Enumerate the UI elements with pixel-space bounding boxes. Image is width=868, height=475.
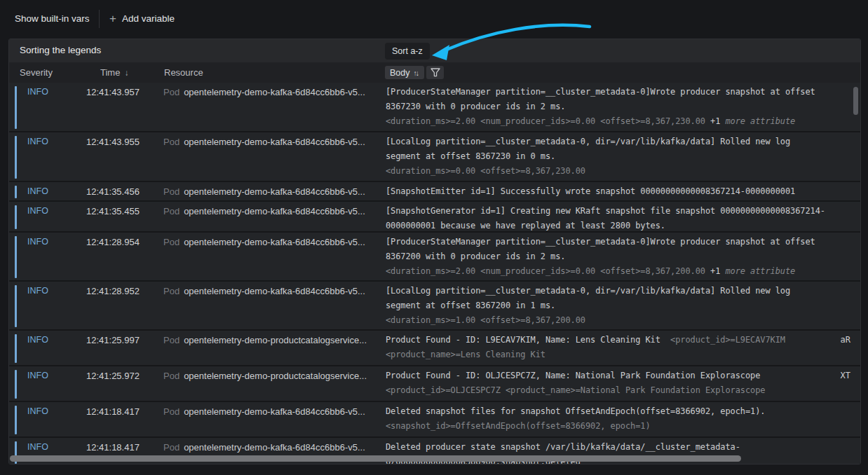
- log-line: <snapshot_id>=OffsetAndEpoch(offset=8366…: [386, 419, 860, 434]
- resource-kind: Pod: [163, 186, 179, 197]
- log-row[interactable]: INFO12:41:28.952Podopentelemetry-demo-ka…: [9, 282, 860, 331]
- resource-name: opentelemetry-demo-productcatalogservice…: [184, 335, 367, 345]
- attr-text: more attribute: [720, 266, 795, 276]
- resource-name: opentelemetry-demo-kafka-6d84cc6bb6-v5..…: [184, 237, 365, 247]
- sort-descending-icon: ↓: [124, 68, 128, 78]
- log-line: 0000000001 because we have replayed at l…: [386, 219, 860, 231]
- log-line: Deleted producer state snapshot /var/lib…: [386, 440, 860, 455]
- log-body: [LocalLog partition=__cluster_metadata-0…: [386, 132, 860, 181]
- log-body: [ProducerStateManager partition=__cluste…: [386, 233, 860, 280]
- severity-bar: [15, 86, 17, 129]
- attr-text: <product_name>=Lens Cleaning Kit: [386, 350, 545, 359]
- show-built-in-vars-button[interactable]: Show built-in vars: [15, 13, 90, 24]
- log-body: [SnapshotEmitter id=1] Successfully wrot…: [386, 182, 860, 200]
- log-row[interactable]: INFO12:41:35.456Podopentelemetry-demo-ka…: [9, 182, 860, 202]
- horizontal-scrollbar[interactable]: [10, 455, 741, 462]
- resource-cell: Podopentelemetry-demo-productcatalogserv…: [163, 366, 386, 401]
- body-column-sort-button[interactable]: Body↑↓: [385, 66, 424, 79]
- attr-text: +1: [710, 116, 720, 126]
- log-line: Product Found - ID: OLJCESPC7Z, Name: Na…: [386, 369, 860, 383]
- severity-cell: INFO: [9, 182, 86, 200]
- severity-cell: INFO: [9, 132, 86, 181]
- log-time: 12:41:43.955: [86, 132, 163, 181]
- column-header-time[interactable]: Time↓: [100, 67, 128, 78]
- log-line: [LocalLog partition=__cluster_metadata-0…: [386, 284, 860, 298]
- log-body: Product Found - ID: OLJCESPC7Z, Name: Na…: [386, 366, 860, 401]
- log-line: <duration_ms>=2.00 <num_producer_ids>=0.…: [386, 114, 860, 129]
- severity-bar: [15, 205, 17, 229]
- vertical-scrollbar[interactable]: [853, 87, 858, 115]
- log-row[interactable]: INFO12:41:35.455Podopentelemetry-demo-ka…: [9, 202, 860, 233]
- log-text: segment at offset 8367200 in 1 ms.: [386, 301, 555, 310]
- log-row[interactable]: INFO12:41:18.417Podopentelemetry-demo-ka…: [9, 402, 860, 438]
- severity-label: INFO: [27, 405, 48, 436]
- log-text: [SnapshotGenerator id=1] Creating new KR…: [386, 206, 825, 216]
- resource-kind: Pod: [163, 442, 179, 453]
- log-line: 8367230 with 0 producer ids in 2 ms.: [386, 99, 860, 114]
- attr-text: <product_id>=OLJCESPC7Z <product_name>=N…: [386, 385, 765, 395]
- log-row[interactable]: INFO12:41:28.954Podopentelemetry-demo-ka…: [9, 233, 860, 282]
- log-text: Deleted producer state snapshot /var/lib…: [386, 442, 740, 452]
- resource-kind: Pod: [163, 335, 179, 345]
- resource-kind: Pod: [163, 206, 179, 216]
- log-text: 8367200 with 0 producer ids in 2 ms.: [386, 252, 566, 261]
- log-line: [ProducerStateManager partition=__cluste…: [386, 85, 860, 99]
- resource-cell: Podopentelemetry-demo-kafka-6d84cc6bb6-v…: [163, 202, 386, 231]
- log-time: 12:41:43.957: [86, 83, 163, 131]
- log-line: <product_id>=OLJCESPC7Z <product_name>=N…: [386, 383, 860, 398]
- panel-header: Sorting the legends Sort a-z: [9, 39, 860, 62]
- severity-cell: INFO: [9, 202, 86, 231]
- resource-cell: Podopentelemetry-demo-kafka-6d84cc6bb6-v…: [163, 182, 386, 200]
- attr-text: <duration_ms>=2.00 <num_producer_ids>=0.…: [386, 116, 710, 126]
- panel-title: Sorting the legends: [20, 45, 101, 55]
- log-text: 0000000001 because we have replayed at l…: [386, 221, 665, 230]
- resource-name: opentelemetry-demo-kafka-6d84cc6bb6-v5..…: [184, 87, 365, 97]
- severity-cell: INFO: [9, 366, 86, 401]
- log-row[interactable]: INFO12:41:25.997Podopentelemetry-demo-pr…: [9, 331, 860, 366]
- overflow-text: aR: [841, 335, 850, 345]
- severity-bar: [15, 285, 17, 327]
- topbar-divider: [99, 10, 100, 28]
- attr-text: <duration_ms>=1.00 <offset>=8,367,200.00: [386, 315, 585, 325]
- log-line: segment at offset 8367200 in 1 ms.: [386, 298, 860, 313]
- severity-label: INFO: [27, 284, 48, 329]
- log-text: [LocalLog partition=__cluster_metadata-0…: [386, 137, 790, 146]
- severity-cell: INFO: [9, 233, 86, 280]
- log-line: [SnapshotGenerator id=1] Creating new KR…: [386, 204, 860, 219]
- column-header-severity: Severity: [20, 67, 53, 78]
- resource-name: opentelemetry-demo-kafka-6d84cc6bb6-v5..…: [184, 137, 365, 147]
- attr-text: <duration_ms>=2.00 <num_producer_ids>=0.…: [386, 266, 710, 276]
- severity-label: INFO: [27, 205, 48, 231]
- severity-label: INFO: [27, 235, 48, 280]
- log-text: [SnapshotEmitter id=1] Successfully wrot…: [386, 186, 795, 196]
- resource-name: opentelemetry-demo-kafka-6d84cc6bb6-v5..…: [184, 406, 365, 417]
- log-text: [LocalLog partition=__cluster_metadata-0…: [386, 286, 790, 296]
- attr-text: more attribute: [720, 116, 795, 126]
- sort-both-icon: ↑↓: [414, 69, 420, 77]
- attr-text: <duration_ms>=0.00 <offset>=8,367,230.00: [386, 166, 585, 176]
- log-time: 12:41:35.456: [86, 182, 163, 200]
- severity-label: INFO: [27, 85, 48, 131]
- log-time: 12:41:18.417: [86, 402, 163, 436]
- log-time: 12:41:25.997: [86, 331, 163, 365]
- log-line: Product Found - ID: L9ECAV7KIM, Name: Le…: [386, 333, 860, 347]
- log-line: [LocalLog partition=__cluster_metadata-0…: [386, 135, 860, 149]
- resource-name: opentelemetry-demo-kafka-6d84cc6bb6-v5..…: [184, 206, 365, 216]
- resource-kind: Pod: [163, 237, 179, 247]
- log-row[interactable]: INFO12:41:43.957Podopentelemetry-demo-ka…: [9, 83, 860, 132]
- log-line: [SnapshotEmitter id=1] Successfully wrot…: [386, 184, 860, 199]
- add-variable-label: Add variable: [122, 13, 175, 24]
- body-filter-button[interactable]: [426, 66, 444, 79]
- log-row[interactable]: INFO12:41:43.955Podopentelemetry-demo-ka…: [9, 132, 860, 182]
- log-body: [SnapshotGenerator id=1] Creating new KR…: [386, 202, 860, 231]
- severity-cell: INFO: [9, 331, 86, 365]
- resource-name: opentelemetry-demo-kafka-6d84cc6bb6-v5..…: [184, 286, 365, 296]
- resource-kind: Pod: [163, 87, 179, 97]
- add-variable-button[interactable]: + Add variable: [109, 13, 175, 24]
- log-body: [LocalLog partition=__cluster_metadata-0…: [386, 282, 860, 329]
- severity-label: INFO: [27, 369, 48, 401]
- log-row[interactable]: INFO12:41:25.972Podopentelemetry-demo-pr…: [9, 366, 860, 402]
- log-text: Deleted snapshot files for snapshot Offs…: [386, 406, 765, 416]
- resource-cell: Podopentelemetry-demo-kafka-6d84cc6bb6-v…: [163, 233, 386, 280]
- resource-name: opentelemetry-demo-productcatalogservice…: [184, 371, 367, 381]
